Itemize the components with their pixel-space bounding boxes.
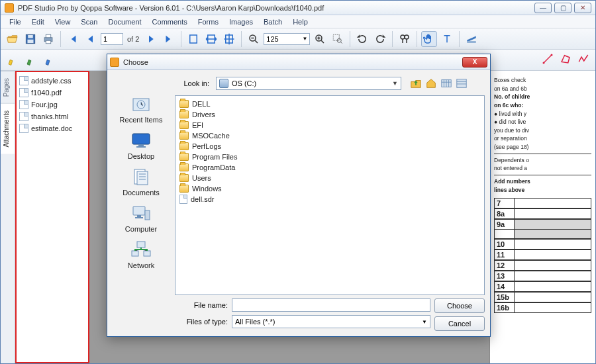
list-item[interactable]: ProgramData [179, 162, 480, 173]
list-item[interactable]: EFI [179, 120, 480, 130]
first-page-button[interactable] [65, 31, 81, 47]
print-button[interactable] [40, 31, 56, 47]
tab-attachments[interactable]: Attachments [1, 103, 15, 154]
pencil-green-icon[interactable] [23, 52, 39, 68]
folder-icon [179, 185, 189, 193]
prev-page-button[interactable] [83, 31, 99, 47]
home-button[interactable] [424, 77, 438, 90]
filename-input[interactable] [232, 298, 430, 312]
file-list[interactable]: DELL Drivers EFI MSOCache PerfLogs Progr… [175, 95, 485, 295]
svg-rect-22 [138, 144, 144, 146]
main-toolbar: of 2 125▼ [1, 28, 595, 50]
svg-rect-15 [468, 41, 477, 43]
maximize-button[interactable]: ▢ [554, 3, 571, 13]
polyline-tool-icon[interactable] [575, 51, 591, 67]
search-button[interactable] [397, 31, 413, 47]
list-item[interactable]: MSOCache [179, 130, 480, 141]
menu-edit[interactable]: Edit [27, 17, 49, 27]
pencil-yellow-icon[interactable] [5, 52, 21, 68]
page-number-input[interactable] [101, 33, 123, 45]
hand-tool-button[interactable] [421, 31, 437, 47]
lookin-label: Look in: [175, 79, 212, 87]
attachment-item[interactable]: thanks.html [19, 111, 86, 122]
place-documents[interactable]: Documents [123, 167, 160, 197]
rotate-cw-button[interactable] [372, 31, 388, 47]
pencil-blue-icon[interactable] [42, 52, 58, 68]
menu-view[interactable]: View [50, 17, 75, 27]
folder-icon [179, 111, 189, 118]
attachment-item[interactable]: addstyle.css [19, 75, 86, 87]
next-page-button[interactable] [143, 31, 159, 47]
marquee-zoom-button[interactable] [330, 31, 346, 47]
menu-images[interactable]: Images [224, 17, 258, 27]
attachment-item[interactable]: f1040.pdf [19, 87, 86, 99]
up-folder-button[interactable] [409, 77, 422, 90]
fit-actual-button[interactable] [185, 31, 201, 47]
list-item[interactable]: Users [179, 173, 480, 183]
folder-icon [179, 132, 189, 140]
zoom-select[interactable]: 125▼ [264, 33, 310, 45]
open-button[interactable] [5, 31, 21, 47]
folder-icon [179, 121, 189, 129]
menu-file[interactable]: File [5, 17, 26, 27]
table-row: 8a [494, 208, 591, 219]
new-folder-button[interactable] [440, 77, 453, 90]
menu-scan[interactable]: Scan [76, 17, 102, 27]
lookin-select[interactable]: OS (C:) ▼ [216, 77, 401, 90]
folder-icon [179, 163, 189, 171]
svg-rect-21 [132, 134, 150, 144]
dialog-title: Choose [123, 58, 462, 66]
table-row: 15b [494, 292, 591, 302]
scan-button[interactable] [464, 31, 479, 47]
menu-document[interactable]: Document [103, 17, 146, 27]
menu-help[interactable]: Help [288, 17, 313, 27]
svg-rect-31 [132, 251, 138, 256]
place-computer[interactable]: Computer [125, 203, 157, 233]
text-select-button[interactable] [439, 31, 455, 47]
menu-batch[interactable]: Batch [259, 17, 287, 27]
zoom-in-button[interactable] [312, 31, 328, 47]
svg-rect-5 [46, 40, 51, 44]
menu-comments[interactable]: Comments [148, 17, 192, 27]
place-network[interactable]: Network [128, 240, 154, 269]
fit-page-button[interactable] [221, 31, 237, 47]
polygon-tool-icon[interactable] [558, 51, 573, 67]
place-recent[interactable]: Recent Items [120, 94, 163, 124]
filetype-select[interactable]: All Files (*.*)▼ [232, 315, 430, 328]
cancel-button[interactable]: Cancel [434, 316, 485, 331]
list-item[interactable]: Windows [179, 183, 480, 194]
window-titlebar: PDF Studio Pro by Qoppa Software - Versi… [1, 1, 595, 15]
menu-forms[interactable]: Forms [193, 17, 223, 27]
svg-rect-29 [145, 210, 150, 220]
last-page-button[interactable] [161, 31, 177, 47]
dialog-close-button[interactable]: X [462, 57, 487, 68]
svg-rect-32 [144, 251, 150, 256]
attachments-panel: addstyle.css f1040.pdf Four.jpg thanks.h… [15, 71, 89, 363]
place-desktop[interactable]: Desktop [128, 130, 154, 160]
svg-rect-27 [137, 215, 141, 217]
minimize-button[interactable]: — [534, 3, 552, 13]
document-page: Boxes check on 6a and 6b No. of childre … [489, 71, 595, 363]
list-item[interactable]: PerfLogs [179, 141, 480, 152]
line-tool-icon[interactable] [540, 51, 556, 67]
rotate-ccw-button[interactable] [354, 31, 370, 47]
list-item[interactable]: Program Files [179, 152, 480, 162]
svg-rect-30 [137, 242, 145, 248]
svg-line-16 [544, 55, 552, 63]
fit-width-button[interactable] [203, 31, 219, 47]
table-row: 7 [494, 198, 591, 208]
close-button[interactable]: ✕ [574, 3, 591, 13]
save-button[interactable] [23, 31, 38, 47]
drive-icon [219, 79, 228, 88]
choose-button[interactable]: Choose [434, 298, 485, 313]
view-mode-button[interactable] [455, 77, 468, 90]
tab-pages[interactable]: Pages [1, 71, 15, 103]
list-item[interactable]: dell.sdr [179, 194, 480, 205]
list-item[interactable]: Drivers [179, 109, 480, 120]
file-icon [19, 112, 28, 121]
zoom-out-button[interactable] [246, 31, 262, 47]
list-item[interactable]: DELL [179, 99, 480, 109]
attachment-item[interactable]: Four.jpg [19, 99, 86, 111]
file-icon [19, 76, 28, 85]
attachment-item[interactable]: estimate.doc [19, 122, 86, 134]
